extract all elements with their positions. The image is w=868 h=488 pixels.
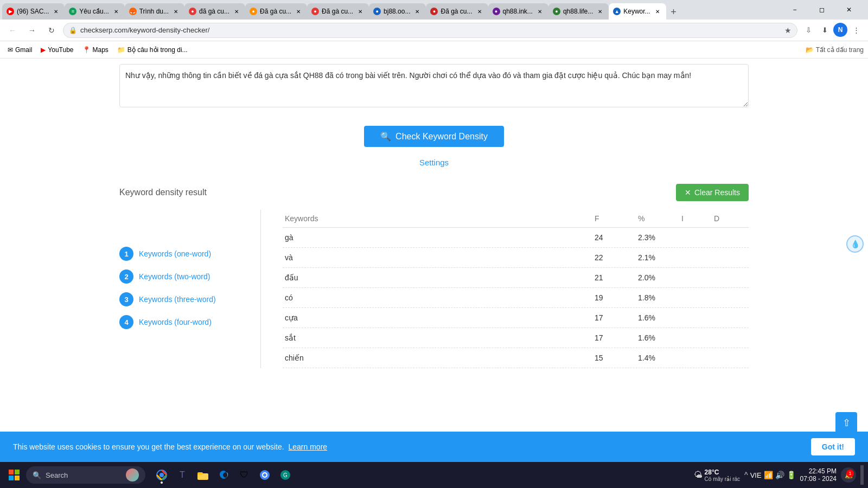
norton-app-button[interactable]: 🛡 [234,465,254,485]
i-cell [681,253,714,262]
menu-button[interactable]: ⋮ [848,23,864,38]
tab-9-close[interactable]: ✕ [535,7,544,16]
nav-badge-4: 4 [119,315,133,329]
tab-8[interactable]: ● Đã gà cu... ✕ [426,3,488,20]
nav-item-3[interactable]: 3 Keywords (three-word) [119,288,239,311]
start-button[interactable] [4,465,24,485]
forward-button[interactable]: → [24,22,40,38]
lang-indicator[interactable]: VIE [750,471,762,479]
nav-item-1[interactable]: 1 Keywords (one-word) [119,242,239,265]
tab-7-close[interactable]: ✕ [413,7,422,16]
check-keyword-button[interactable]: 🔍 Check Keyword Density [364,126,504,147]
tab-9[interactable]: ● qh88.ink... ✕ [488,3,548,20]
taskbar-search[interactable]: 🔍 Search [26,466,145,484]
tab-4[interactable]: ● đã gà cu... ✕ [184,3,245,20]
tab-6[interactable]: ● Đã gà cu... ✕ [307,3,369,20]
scroll-top-button[interactable]: ⇧ [835,412,857,434]
bookmark-gmail[interactable]: ✉ Gmail [4,45,35,55]
tab-10-close[interactable]: ✕ [596,7,604,16]
tab-6-close[interactable]: ✕ [356,7,365,16]
maximize-button[interactable]: ◻ [809,0,834,20]
tab-8-close[interactable]: ✕ [475,7,484,16]
tab-1-close[interactable]: ✕ [52,7,60,16]
bookmark-star-icon[interactable]: ★ [784,26,792,35]
floating-bubble[interactable]: 💧 [846,235,864,253]
minimize-button[interactable]: − [782,0,807,20]
tab-4-close[interactable]: ✕ [232,7,241,16]
tab-1[interactable]: ▶ (96) SAC... ✕ [2,3,65,20]
back-button[interactable]: ← [4,22,21,38]
learn-more-link[interactable]: Learn more [289,442,328,451]
bookmark-maps-label: Maps [93,46,108,54]
page-content: Như vậy, những thông tin cần biết về đá … [0,59,868,462]
chrome2-icon [259,470,270,480]
cookie-message: This website uses cookies to ensure you … [13,442,800,451]
nav-item-4[interactable]: 4 Keywords (four-word) [119,311,239,333]
download-button[interactable]: ⬇ [817,23,832,38]
new-tab-button[interactable]: + [666,4,681,20]
f-cell: 17 [595,333,638,342]
bookmark-youtube[interactable]: ▶ YouTube [37,45,76,55]
bookmark-questions-label: Bộ câu hỏi trong di... [127,46,188,54]
address-bar[interactable]: 🔒 checkserp.com/keyword-density-checker/… [63,23,797,38]
files-app-button[interactable] [193,465,213,485]
keyword-cell: đấu [285,273,595,282]
tab-11-close[interactable]: ✕ [653,7,662,16]
keyword-cell: sắt [285,333,595,342]
tab-9-favicon: ● [493,8,500,15]
nav-badge-3: 3 [119,292,133,306]
edge-app-button[interactable] [214,465,233,485]
all-bookmarks-label: Tất cả dấu trang [816,46,864,54]
d-cell [714,273,746,282]
table-row: có 19 1.8% [283,288,749,308]
folder-icon: 📁 [117,46,125,54]
check-btn-section: 🔍 Check Keyword Density [119,120,749,152]
clear-results-button[interactable]: ✕ Clear Results [676,184,749,201]
tab-11-label: Keywor... [623,8,650,15]
taskbar-clock[interactable]: 22:45 PM 07:08 - 2024 [800,467,837,483]
textarea-section: Như vậy, những thông tin cần biết về đá … [119,59,749,120]
chevron-up-icon[interactable]: ^ [744,471,748,479]
windows-icon [9,470,20,480]
tab-5-close[interactable]: ✕ [294,7,303,16]
reload-button[interactable]: ↻ [43,22,60,38]
tab-10[interactable]: ● qh88.life... ✕ [548,3,609,20]
f-cell: 21 [595,273,638,282]
close-button[interactable]: ✕ [837,0,861,20]
results-header: Keyword density result ✕ Clear Results [119,184,749,201]
weather-widget[interactable]: 🌤 28°C Có mây rải rác [694,468,740,482]
content-textarea[interactable]: Như vậy, những thông tin cần biết về đá … [119,64,749,107]
notification-badge: 1 [846,470,854,477]
tab-5[interactable]: ● Đã gà cu... ✕ [245,3,307,20]
bookmark-gmail-label: Gmail [15,46,32,54]
f-cell: 24 [595,233,638,242]
app7-button[interactable]: G [276,465,295,485]
nav-item-1-label: Keywords (one-word) [139,249,211,258]
extension-button[interactable]: ⇩ [801,23,816,38]
system-tray: ^ VIE 📶 🔊 🔋 [744,471,796,479]
bookmark-maps[interactable]: 📍 Maps [79,45,112,55]
tab-7[interactable]: ● bj88.oo... ✕ [369,3,426,20]
profile-button[interactable]: N [833,23,847,37]
tab-2-label: Yêu cầu... [79,8,108,15]
tab-3-close[interactable]: ✕ [171,7,180,16]
bookmark-questions[interactable]: 📁 Bộ câu hỏi trong di... [114,45,191,55]
nav-item-3-label: Keywords (three-word) [139,295,216,304]
i-cell [681,233,714,242]
volume-icon[interactable]: 🔊 [775,471,784,479]
nav-badge-1: 1 [119,247,133,261]
notification-button[interactable]: 🔔 1 [841,467,856,483]
chrome2-app-button[interactable] [255,465,275,485]
teams-app-button[interactable]: T [173,465,192,485]
show-desktop-button[interactable] [860,465,864,485]
pct-cell: 1.6% [638,333,681,342]
taskbar-apps: T 🛡 G [152,465,295,485]
tab-11-active[interactable]: ▲ Keywor... ✕ [609,3,666,20]
got-it-button[interactable]: Got it! [811,438,855,455]
tab-3[interactable]: 🦊 Trình du... ✕ [125,3,184,20]
tab-2-close[interactable]: ✕ [112,7,120,16]
settings-link[interactable]: Settings [419,158,449,167]
tab-2[interactable]: ≡ Yêu cầu... ✕ [65,3,124,20]
nav-item-2[interactable]: 2 Keywords (two-word) [119,265,239,288]
pct-cell: 1.6% [638,313,681,322]
